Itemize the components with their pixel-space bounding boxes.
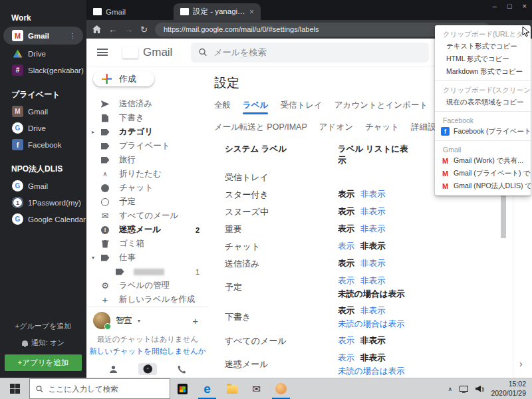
context-menu-item[interactable]: 現在の表示領域をコピー — [435, 96, 531, 108]
gmail-nav-item[interactable]: 旅行 — [86, 153, 209, 167]
hide-option[interactable]: 非表示 — [360, 206, 386, 217]
gmail-nav-item[interactable]: ラベルの管理 — [86, 279, 209, 293]
sidebar-item[interactable]: Google Calendar — [0, 211, 86, 227]
browser-tab[interactable]: 設定 - yanagiyatom... × — [174, 3, 261, 20]
show-if-unread-option[interactable]: 未読の場合は表示 — [338, 319, 405, 330]
hide-option[interactable]: 非表示 — [360, 223, 386, 235]
sidebar-item[interactable]: Gmail ⋮ — [3, 27, 83, 45]
taskbar-app-button[interactable] — [244, 378, 269, 399]
sidebar-item[interactable]: Drive — [0, 45, 86, 62]
gmail-nav-item[interactable]: 新しいラベルを作成 — [86, 293, 209, 307]
compose-button[interactable]: 作成 — [93, 71, 154, 86]
expand-arrow-icon[interactable]: ▸ — [92, 129, 98, 135]
notification-toggle[interactable]: 通知: オン — [0, 335, 86, 353]
sidebar-item[interactable]: Gmail — [0, 103, 86, 120]
show-option[interactable]: 表示 — [338, 206, 354, 217]
gmail-nav-item[interactable]: 迷惑メール 2 — [86, 223, 209, 237]
context-menu-item[interactable]: Facebook (プライベート) で共有... — [435, 125, 531, 138]
minimize-button[interactable]: – — [493, 2, 497, 10]
item-overflow-icon[interactable]: ⋮ — [69, 31, 77, 41]
gmail-nav-item[interactable]: すべてのメール — [86, 209, 209, 223]
hamburger-menu-icon[interactable] — [97, 49, 108, 56]
taskbar-app-button[interactable] — [195, 378, 219, 399]
context-menu-item[interactable]: Gmail (プライベート) で共有... — [435, 167, 531, 180]
context-menu-item[interactable]: Gmail (Work) で共有... — [435, 154, 531, 167]
taskbar-search[interactable] — [29, 378, 170, 399]
sidebar-item[interactable]: Slack(genkabar) — [0, 62, 86, 78]
contacts-icon[interactable] — [104, 364, 122, 375]
start-chat-link[interactable]: 新しいチャットを開始しませんか — [86, 345, 209, 361]
hangouts-icon[interactable]: ” — [138, 363, 157, 375]
context-menu-item[interactable]: Gmail (NPO法人DLIS) で共有... — [435, 180, 531, 192]
show-option[interactable]: 表示 — [338, 241, 354, 252]
gmail-nav-item[interactable]: 1 — [86, 265, 209, 279]
settings-tab[interactable]: アカウントとインポート — [334, 100, 428, 114]
gmail-nav-item[interactable]: ▾ 仕事 — [86, 251, 209, 265]
context-menu-item[interactable]: HTML 形式でコピー — [435, 53, 531, 65]
mail-search-bar[interactable] — [191, 43, 429, 63]
maximize-button[interactable]: □ — [507, 2, 512, 10]
sidebar-item[interactable]: Gmail — [0, 178, 86, 194]
sidebar-item[interactable]: 1Password(my) — [0, 194, 86, 211]
show-if-unread-option[interactable]: 未読の場合は表示 — [338, 366, 405, 377]
phone-icon[interactable] — [173, 364, 191, 375]
show-option[interactable]: 表示 — [338, 305, 354, 317]
close-button[interactable]: × — [523, 2, 527, 10]
hide-option[interactable]: 非表示 — [360, 335, 386, 346]
hide-option[interactable]: 非表示 — [360, 189, 386, 200]
settings-tab[interactable]: チャット — [365, 122, 399, 136]
settings-tab[interactable]: メール転送と POP/IMAP — [214, 122, 307, 136]
gmail-nav-item[interactable]: 下書き — [86, 111, 209, 125]
settings-tab[interactable]: ラベル — [243, 100, 268, 114]
hide-option[interactable]: 非表示 — [360, 241, 386, 252]
expand-arrow-icon[interactable]: ▾ — [92, 255, 98, 261]
sidebar-item[interactable]: Drive — [0, 120, 86, 136]
browser-tab[interactable]: Gmail — [86, 3, 174, 20]
sidebar-item[interactable]: Facebook — [0, 136, 86, 153]
back-icon[interactable]: ← — [108, 25, 117, 34]
gmail-nav-item[interactable]: 折りたたむ — [86, 167, 209, 181]
tab-close-icon[interactable]: × — [249, 7, 254, 17]
taskbar-app-button[interactable] — [269, 378, 293, 399]
context-menu-item[interactable]: Facebook — [435, 111, 531, 125]
hide-option[interactable]: 非表示 — [360, 352, 386, 364]
taskbar-app-button[interactable] — [170, 378, 195, 399]
context-menu-item[interactable]: クリップボード(URLとタイトル) — [435, 27, 531, 40]
show-option[interactable]: 表示 — [338, 275, 354, 287]
settings-tab[interactable]: 受信トレイ — [280, 100, 322, 114]
mail-search-input[interactable] — [214, 47, 422, 57]
add-app-button[interactable]: +アプリを追加 — [5, 354, 82, 371]
add-group-button[interactable]: +グループを追加 — [0, 317, 86, 335]
forward-icon[interactable]: → — [124, 25, 133, 34]
context-menu-item[interactable]: Gmail — [435, 140, 531, 154]
start-button[interactable] — [0, 378, 29, 399]
gmail-nav-item[interactable]: ▸ カテゴリ — [86, 125, 209, 139]
chat-user-row[interactable]: 智宣 ▾ + — [86, 312, 209, 329]
show-if-unread-option[interactable]: 未読の場合は表示 — [338, 289, 405, 300]
context-menu-item[interactable]: Markdown 形式でコピー — [435, 65, 531, 78]
hide-option[interactable]: 非表示 — [360, 275, 386, 287]
side-panel-expand-icon[interactable]: › — [519, 358, 523, 369]
hide-option[interactable]: 非表示 — [360, 305, 386, 317]
show-option[interactable]: 表示 — [338, 223, 354, 235]
taskbar-app-button[interactable] — [219, 378, 244, 399]
context-menu-item[interactable]: テキスト形式でコピー — [435, 40, 531, 53]
network-icon[interactable] — [460, 386, 468, 392]
chevron-down-icon[interactable]: ▾ — [138, 318, 140, 324]
show-option[interactable]: 表示 — [338, 258, 354, 269]
settings-tab[interactable]: アドオン — [319, 122, 353, 136]
gmail-nav-item[interactable]: ゴミ箱 — [86, 237, 209, 251]
gmail-nav-item[interactable]: 予定 — [86, 195, 209, 209]
taskbar-search-input[interactable] — [49, 385, 164, 393]
new-chat-button[interactable]: + — [192, 315, 198, 327]
show-option[interactable]: 表示 — [338, 335, 354, 346]
hide-option[interactable]: 非表示 — [360, 258, 386, 269]
hidden-icons-chevron[interactable]: ∧ — [448, 386, 453, 392]
gmail-nav-item[interactable]: プライベート — [86, 139, 209, 153]
volume-icon[interactable]: )) — [475, 386, 483, 392]
gmail-nav-item[interactable]: 送信済み — [86, 97, 209, 111]
show-option[interactable]: 表示 — [338, 189, 354, 200]
home-icon[interactable] — [92, 25, 101, 33]
settings-tab[interactable]: 全般 — [214, 100, 231, 114]
context-menu-item[interactable]: クリップボード(スクリーンショット) — [435, 80, 531, 96]
